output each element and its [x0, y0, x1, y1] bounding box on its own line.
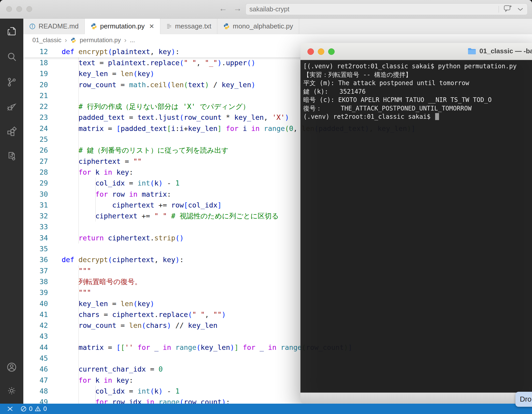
- code-text: ciphertext += row[col_idx]: [62, 200, 222, 211]
- terminal-window-controls: [307, 48, 335, 55]
- zoom-window-button[interactable]: [26, 6, 32, 12]
- terminal-line: 平文 (m): The attack postponed until tomor…: [300, 79, 532, 87]
- line-number: 12: [23, 46, 48, 57]
- cpp-tools-icon[interactable]: [0, 147, 23, 165]
- copilot-chat-icon[interactable]: [504, 4, 513, 14]
- code-text: # 鍵（列番号のリスト）に従って列を読み出す: [62, 145, 228, 156]
- line-number: 25: [23, 134, 48, 145]
- code-text: col_idx = int(k) - 1: [62, 386, 179, 397]
- code-text: col_idx = int(k) - 1: [62, 178, 179, 189]
- command-center[interactable]: sakailab-crypt: [246, 3, 528, 15]
- code-text: row_count = math.ceil(len(text) / key_le…: [62, 79, 255, 90]
- line-number: 18: [23, 57, 48, 68]
- line-number: 23: [23, 112, 48, 123]
- warnings-icon: [34, 405, 41, 412]
- line-number: 34: [23, 233, 48, 243]
- code-text: text = plaintext.replace(" ", "_").upper…: [62, 57, 255, 68]
- chevron-right-icon: ›: [124, 36, 127, 44]
- terminal-line: 暗号 (c): EKOTO APELR HCPNM TATUO __NIR TS…: [300, 96, 532, 104]
- code-text: chars = ciphertext.replace(" ", ""): [62, 309, 226, 320]
- line-number: 42: [23, 320, 48, 331]
- code-text: """: [62, 287, 91, 298]
- folder-icon: [468, 48, 476, 55]
- breadcrumb-symbol[interactable]: ...: [130, 36, 135, 44]
- python-icon: [70, 37, 76, 43]
- problems-indicator[interactable]: 0 0: [20, 405, 47, 412]
- tab-permutation[interactable]: permutation.py ✕: [85, 19, 160, 34]
- code-text: key_len = len(key): [62, 68, 154, 79]
- tab-mono-alphabetic[interactable]: mono_alphabetic.py: [217, 19, 299, 34]
- terminal-window: 01_classic — -ba [(.venv) ret2root:01_cl…: [300, 43, 532, 404]
- run-debug-icon[interactable]: [0, 98, 23, 116]
- line-number: 26: [23, 145, 48, 156]
- errors-icon: [20, 405, 27, 412]
- workspace-title: sakailab-crypt: [249, 5, 499, 13]
- code-text: for k in key:: [62, 167, 133, 178]
- code-text: ciphertext += " " # 視認性のために列ごとに区切る: [62, 211, 279, 221]
- account-icon[interactable]: [0, 358, 23, 376]
- tab-bar: README.md permutation.py ✕ message.txt: [23, 19, 532, 34]
- tab-message[interactable]: message.txt: [160, 19, 217, 34]
- divider: [499, 6, 499, 13]
- line-number: 45: [23, 353, 48, 364]
- code-text: """: [62, 265, 91, 276]
- code-text: current_char_idx = 0: [62, 364, 163, 375]
- terminal-cursor: [435, 113, 439, 120]
- code-text: return ciphertext.strip(): [62, 233, 184, 243]
- python-icon: [90, 23, 97, 30]
- line-number: 47: [23, 375, 48, 386]
- line-number: 48: [23, 386, 48, 397]
- terminal-line: [(.venv) ret2root:01_classic sakai$ pyth…: [300, 62, 532, 71]
- line-number: 39: [23, 287, 48, 298]
- settings-gear-icon[interactable]: [0, 382, 23, 400]
- close-tab-icon[interactable]: ✕: [149, 23, 154, 30]
- line-number: 32: [23, 211, 48, 221]
- chevron-down-icon[interactable]: [517, 5, 524, 13]
- minimize-window-button[interactable]: [318, 48, 324, 55]
- line-number: 33: [23, 221, 48, 232]
- text-file-icon: [166, 23, 172, 29]
- zoom-window-button[interactable]: [328, 48, 335, 55]
- line-number: 38: [23, 276, 48, 287]
- close-window-button[interactable]: [307, 48, 314, 55]
- remote-indicator[interactable]: [6, 405, 14, 413]
- line-number: 29: [23, 178, 48, 189]
- minimize-window-button[interactable]: [16, 6, 22, 12]
- close-window-button[interactable]: [6, 6, 12, 12]
- tab-label: permutation.py: [100, 22, 145, 30]
- terminal-titlebar[interactable]: 01_classic — -ba: [300, 43, 532, 60]
- terminal-line: 【実習：列転置暗号 -- 構造の攪拌】: [300, 71, 532, 79]
- search-icon[interactable]: [0, 48, 23, 66]
- code-text: def decrypt(ciphertext, key):: [62, 254, 184, 265]
- tab-readme[interactable]: README.md: [23, 19, 85, 34]
- chevron-right-icon: ›: [65, 36, 67, 44]
- terminal-line: (.venv) ret2root:01_classic sakai$: [300, 113, 532, 121]
- line-number: 35: [23, 243, 48, 254]
- terminal-line: 鍵 (k): 3521476: [300, 87, 532, 96]
- warning-count: 0: [43, 405, 47, 412]
- status-bar: 0 0: [0, 404, 532, 414]
- terminal-bottom-edge: [300, 393, 532, 404]
- breadcrumb-file[interactable]: permutation.py: [80, 36, 121, 44]
- code-text: key_len = len(key): [62, 298, 154, 309]
- code-text: 列転置暗号の復号。: [62, 276, 142, 287]
- terminal-output[interactable]: [(.venv) ret2root:01_classic sakai$ pyth…: [300, 60, 532, 393]
- window-controls: [6, 6, 32, 12]
- breadcrumb-folder[interactable]: 01_classic: [32, 36, 61, 44]
- drop-button[interactable]: Dro: [515, 392, 532, 407]
- code-text: for row_idx in range(row_count):: [62, 397, 230, 404]
- line-number: 41: [23, 309, 48, 320]
- source-control-icon[interactable]: [0, 73, 23, 91]
- nav-history: ← →: [219, 4, 242, 13]
- code-text: for k in key:: [62, 375, 133, 386]
- activity-bar: [0, 19, 23, 404]
- extensions-icon[interactable]: [0, 123, 23, 141]
- remote-icon: [6, 405, 14, 413]
- back-icon[interactable]: ←: [219, 4, 227, 13]
- explorer-icon[interactable]: [0, 23, 23, 41]
- line-number: 49: [23, 397, 48, 404]
- forward-icon[interactable]: →: [233, 4, 242, 13]
- line-number: 36: [23, 254, 48, 265]
- code-text: padded_text = text.ljust(row_count * key…: [62, 112, 289, 123]
- line-number: 44: [23, 342, 48, 353]
